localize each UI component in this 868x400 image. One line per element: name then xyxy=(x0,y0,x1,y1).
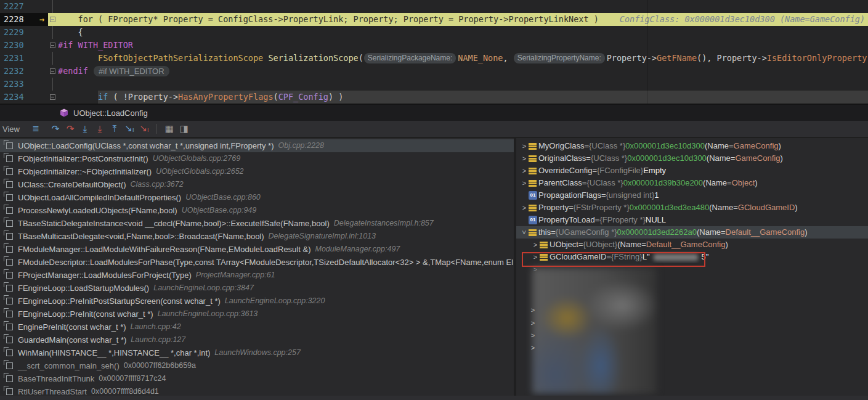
stack-frame-icon xyxy=(6,259,13,266)
call-stack-frame[interactable]: TBaseMulticastDelegate<void,FName,bool>:… xyxy=(0,230,514,243)
code-line-2228[interactable]: 2228→ for ( FProperty* Property = Config… xyxy=(0,13,868,26)
call-stack-frame[interactable]: FEngineLoop::PreInit(const wchar_t *)Lau… xyxy=(0,308,514,320)
step-out-icon[interactable]: ⤒ xyxy=(107,121,122,136)
call-stack-frame[interactable]: UObject::LoadConfig(UClass *,const wchar… xyxy=(0,139,514,152)
call-stack-frame[interactable]: FProjectManager::LoadModulesForProject(T… xyxy=(0,269,514,282)
bottom-strip xyxy=(0,396,868,400)
line-number-gutter: 2234 xyxy=(0,91,48,104)
numeric-value-icon: 01 xyxy=(529,216,537,224)
fold-column[interactable] xyxy=(48,13,58,26)
object-field-icon xyxy=(540,242,548,248)
force-step-into-icon[interactable]: ⤓ xyxy=(92,121,107,136)
call-stack-frame[interactable]: WinMain(HINSTANCE__ *,HINSTANCE__ *,char… xyxy=(0,346,514,359)
fold-column[interactable] xyxy=(48,39,58,52)
code-line-2231[interactable]: 2231 FSoftObjectPathSerializationScope S… xyxy=(0,52,868,65)
fold-column[interactable] xyxy=(48,78,58,91)
call-stack-frame[interactable]: GuardedMain(const wchar_t *)Launch.cpp:1… xyxy=(0,333,514,346)
code-line-2230[interactable]: 2230#if WITH_EDITOR xyxy=(0,39,868,52)
variable-row[interactable]: 01PropertyToLoad = {FProperty *} NULL xyxy=(516,214,868,226)
call-stack-frame[interactable]: FModuleManager::LoadModuleWithFailureRea… xyxy=(0,243,514,256)
call-stack-frame[interactable]: EnginePreInit(const wchar_t *)Launch.cpp… xyxy=(0,320,514,333)
force-step-over-icon[interactable]: ↷ xyxy=(63,121,78,136)
stack-frame-icon xyxy=(6,181,13,188)
step-over-icon[interactable]: ↷ xyxy=(48,121,63,136)
code-line-2234[interactable]: 2234 if ( !Property->HasAnyPropertyFlags… xyxy=(0,91,868,104)
variable-row[interactable]: >UObject = {UObject} (Name=Default__Game… xyxy=(516,239,868,251)
debug-panels: UObject::LoadConfig(UClass *,const wchar… xyxy=(0,138,868,400)
expander-chevron-icon[interactable]: > xyxy=(529,344,537,351)
line-number-gutter: 2230 xyxy=(0,39,48,52)
fold-column[interactable] xyxy=(48,26,58,39)
editor-guide-line xyxy=(647,0,647,104)
object-field-icon xyxy=(529,205,537,211)
expander-chevron-icon[interactable]: > xyxy=(520,152,529,165)
object-field-icon xyxy=(529,155,537,162)
fold-guide-line xyxy=(52,26,53,39)
code-text: #endif #if WITH_EDITOR xyxy=(58,65,868,78)
variable-row[interactable]: >Property = {FStrProperty *} 0x000001d3e… xyxy=(516,202,868,214)
expander-chevron-icon[interactable]: > xyxy=(531,239,540,251)
variable-row[interactable]: >OverrideConfig = {FConfigFile} Empty xyxy=(516,165,868,177)
call-stack-frame[interactable]: FObjectInitializer::~FObjectInitializer(… xyxy=(0,165,514,178)
call-stack-frame[interactable]: FEngineLoop::LoadStartupModules()LaunchE… xyxy=(0,282,514,295)
variable-row[interactable]: >this = {UGameConfig *} 0x000001d3ed2262… xyxy=(516,226,868,239)
run-to-cursor-icon[interactable]: ↘I xyxy=(122,121,137,137)
stack-frame-icon xyxy=(6,349,13,356)
call-stack-frame[interactable]: __scrt_common_main_seh()0x00007ff62b6b65… xyxy=(0,359,514,372)
fold-column[interactable] xyxy=(48,91,58,104)
fold-column[interactable] xyxy=(48,0,58,13)
call-stack-frame[interactable]: ProcessNewlyLoadedUObjects(FName,bool)UO… xyxy=(0,204,514,217)
call-stack-frame[interactable]: UClass::CreateDefaultObject()Class.cpp:3… xyxy=(0,178,514,191)
expander-chevron-icon[interactable]: > xyxy=(518,228,530,237)
fold-marker-icon[interactable] xyxy=(50,68,55,74)
fold-marker-icon[interactable] xyxy=(50,94,55,100)
expander-chevron-icon[interactable]: > xyxy=(520,165,529,177)
code-text: for ( FProperty* Property = ConfigClass-… xyxy=(58,13,868,26)
expander-chevron-icon[interactable]: > xyxy=(529,306,537,314)
code-editor[interactable]: 22272228→ for ( FProperty* Property = Co… xyxy=(0,0,868,104)
call-stack-frame[interactable]: TBaseStaticDelegateInstance<void __cdecl… xyxy=(0,217,514,230)
expander-chevron-icon[interactable]: > xyxy=(520,177,529,189)
memory-view-icon[interactable]: ▦ xyxy=(162,121,177,136)
fold-column[interactable] xyxy=(48,65,58,78)
call-stack-frame[interactable]: FObjectInitializer::PostConstructInit()U… xyxy=(0,152,514,165)
expander-chevron-icon[interactable]: > xyxy=(520,140,529,152)
variable-row[interactable]: >OriginalClass = {UClass *} 0x000001d3ec… xyxy=(516,152,868,165)
variable-row[interactable]: 01PropagationFlags = {unsigned int} 1 xyxy=(516,189,868,202)
call-stack-panel[interactable]: UObject::LoadConfig(UClass *,const wchar… xyxy=(0,138,516,400)
stack-frame-icon xyxy=(6,362,13,369)
force-run-to-cursor-icon[interactable]: ↘I xyxy=(137,121,152,137)
fold-column[interactable] xyxy=(48,52,58,65)
code-line-2233[interactable]: 2233 xyxy=(0,78,868,91)
object-field-icon xyxy=(529,180,537,187)
code-text xyxy=(58,78,868,91)
line-number-gutter: 2227 xyxy=(0,0,48,13)
call-stack-frame[interactable]: UObjectLoadAllCompiledInDefaultPropertie… xyxy=(0,191,514,204)
variable-row[interactable]: >MyOrigClass = {UClass *} 0x000001d3ec10… xyxy=(516,140,868,152)
call-stack-frame[interactable]: FModuleDescriptor::LoadModulesForPhase(T… xyxy=(0,256,514,269)
code-line-2227[interactable]: 2227 xyxy=(0,0,868,13)
line-number-gutter: 2233 xyxy=(0,78,48,91)
expander-chevron-icon[interactable]: > xyxy=(529,319,537,327)
expander-chevron-icon[interactable]: > xyxy=(520,202,529,214)
fold-guide-line xyxy=(52,78,53,91)
code-text xyxy=(58,0,868,13)
variable-row[interactable]: >ParentClass = {UClass *} 0x000001d39b30… xyxy=(516,177,868,189)
fold-marker-icon[interactable] xyxy=(50,43,55,48)
layout-icon[interactable]: ◨ xyxy=(177,121,192,136)
stack-frame-icon xyxy=(6,324,13,330)
stack-frame-icon xyxy=(6,246,13,253)
variables-panel[interactable]: >MyOrigClass = {UClass *} 0x000001d3ec10… xyxy=(516,138,868,400)
code-line-2232[interactable]: 2232#endif #if WITH_EDITOR xyxy=(0,65,868,78)
code-line-2229[interactable]: 2229 { xyxy=(0,26,868,39)
stack-frame-icon xyxy=(6,272,13,279)
call-stack-frame[interactable]: FEngineLoop::PreInitPostStartupScreen(co… xyxy=(0,295,514,308)
menu-icon[interactable]: ≡ xyxy=(28,121,43,136)
expander-chevron-icon[interactable]: > xyxy=(529,332,537,339)
fold-marker-icon[interactable] xyxy=(50,17,55,22)
step-into-icon[interactable]: ⤓ xyxy=(78,121,92,136)
stack-frame-icon xyxy=(6,194,13,201)
code-text: { xyxy=(58,26,868,39)
call-stack-frame[interactable]: BaseThreadInitThunk0x00007ffff8717c24 xyxy=(0,372,514,385)
stack-frame-icon xyxy=(6,285,13,292)
